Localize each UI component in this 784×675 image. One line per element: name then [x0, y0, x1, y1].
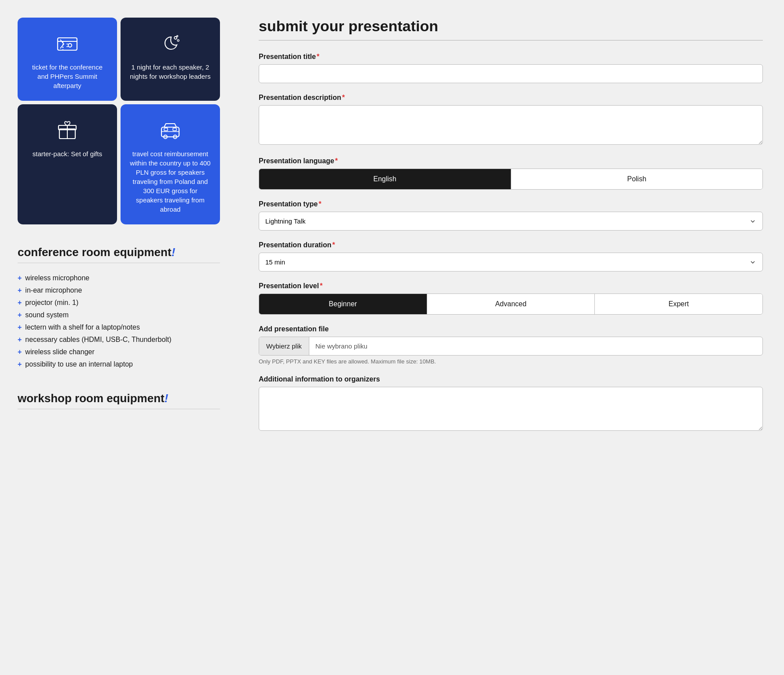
list-item: +necessary cables (HDMI, USB-C, Thunderb… — [18, 334, 220, 346]
file-choose-button[interactable]: Wybierz plik — [259, 337, 309, 355]
car-icon — [158, 118, 183, 143]
form-title: submit your presentation — [259, 18, 763, 35]
label-add-file: Add presentation file — [259, 325, 763, 333]
svg-point-3 — [177, 40, 179, 41]
form-group-additional-info: Additional information to organizers — [259, 375, 763, 433]
svg-point-1 — [68, 44, 72, 47]
form-group-description: Presentation description* — [259, 94, 763, 147]
benefit-card-hotel: 1 night for each speaker, 2 nights for w… — [121, 18, 220, 101]
workshop-section-title: workshop room equipment! — [18, 392, 220, 405]
presentation-duration-select[interactable]: 15 min 30 min 45 min 60 min — [259, 253, 763, 271]
label-presentation-title: Presentation title* — [259, 53, 763, 61]
file-name-display: Nie wybrano pliku — [309, 337, 762, 355]
svg-rect-10 — [164, 128, 168, 131]
benefit-card-hotel-text: 1 night for each speaker, 2 nights for w… — [129, 62, 211, 81]
list-item: +wireless microphone — [18, 272, 220, 284]
form-divider — [259, 40, 763, 40]
benefit-card-travel: travel cost reimbursement within the cou… — [121, 104, 220, 224]
conference-equipment-section: conference room equipment! +wireless mic… — [18, 246, 220, 371]
label-presentation-type: Presentation type* — [259, 200, 763, 208]
benefit-card-travel-text: travel cost reimbursement within the cou… — [129, 149, 211, 214]
form-group-duration: Presentation duration* 15 min 30 min 45 … — [259, 241, 763, 271]
label-presentation-description: Presentation description* — [259, 94, 763, 102]
form-group-file: Add presentation file Wybierz plik Nie w… — [259, 325, 763, 365]
workshop-equipment-section: workshop room equipment! — [18, 392, 220, 409]
level-toggle: Beginner Advanced Expert — [259, 293, 763, 315]
svg-point-4 — [177, 36, 178, 37]
benefit-card-ticket: ticket for the conference and PHPers Sum… — [18, 18, 117, 101]
benefit-card-gifts: starter-pack: Set of gifts — [18, 104, 117, 224]
list-item: +sound system — [18, 309, 220, 321]
list-item: +in-ear microphone — [18, 284, 220, 297]
moon-icon — [158, 32, 183, 56]
presentation-title-input[interactable] — [259, 64, 763, 83]
right-panel: submit your presentation Presentation ti… — [238, 0, 784, 675]
conference-equipment-list: +wireless microphone +in-ear microphone … — [18, 272, 220, 371]
list-item: +wireless slide changer — [18, 346, 220, 358]
conference-section-title: conference room equipment! — [18, 246, 220, 259]
language-toggle: English Polish — [259, 169, 763, 190]
svg-rect-11 — [173, 128, 176, 131]
ticket-icon — [55, 32, 80, 56]
label-presentation-duration: Presentation duration* — [259, 241, 763, 249]
list-item: +lectern with a shelf for a laptop/notes — [18, 321, 220, 334]
label-additional-info: Additional information to organizers — [259, 375, 763, 383]
label-presentation-language: Presentation language* — [259, 157, 763, 165]
file-hint: Only PDF, PPTX and KEY files are allowed… — [259, 358, 763, 365]
language-polish-button[interactable]: Polish — [511, 169, 763, 189]
gift-icon — [55, 118, 80, 143]
form-group-level: Presentation level* Beginner Advanced Ex… — [259, 282, 763, 315]
presentation-description-textarea[interactable] — [259, 105, 763, 145]
benefit-grid: ticket for the conference and PHPers Sum… — [18, 18, 220, 224]
workshop-divider — [18, 409, 220, 409]
level-expert-button[interactable]: Expert — [594, 294, 762, 314]
left-panel: ticket for the conference and PHPers Sum… — [0, 0, 238, 675]
additional-info-textarea[interactable] — [259, 387, 763, 431]
label-presentation-level: Presentation level* — [259, 282, 763, 290]
benefit-card-ticket-text: ticket for the conference and PHPers Sum… — [26, 62, 108, 90]
list-item: +possibility to use an internal laptop — [18, 358, 220, 371]
level-beginner-button[interactable]: Beginner — [259, 294, 427, 314]
language-english-button[interactable]: English — [259, 169, 511, 189]
level-advanced-button[interactable]: Advanced — [427, 294, 595, 314]
file-upload-wrapper: Wybierz plik Nie wybrano pliku — [259, 337, 763, 356]
form-group-type: Presentation type* Lightning Talk Regula… — [259, 200, 763, 231]
list-item: +projector (min. 1) — [18, 297, 220, 309]
form-group-language: Presentation language* English Polish — [259, 157, 763, 190]
conference-divider — [18, 263, 220, 263]
benefit-card-gifts-text: starter-pack: Set of gifts — [33, 149, 102, 158]
form-group-title: Presentation title* — [259, 53, 763, 83]
svg-point-2 — [174, 37, 177, 39]
presentation-type-select[interactable]: Lightning Talk Regular Talk Workshop — [259, 212, 763, 231]
